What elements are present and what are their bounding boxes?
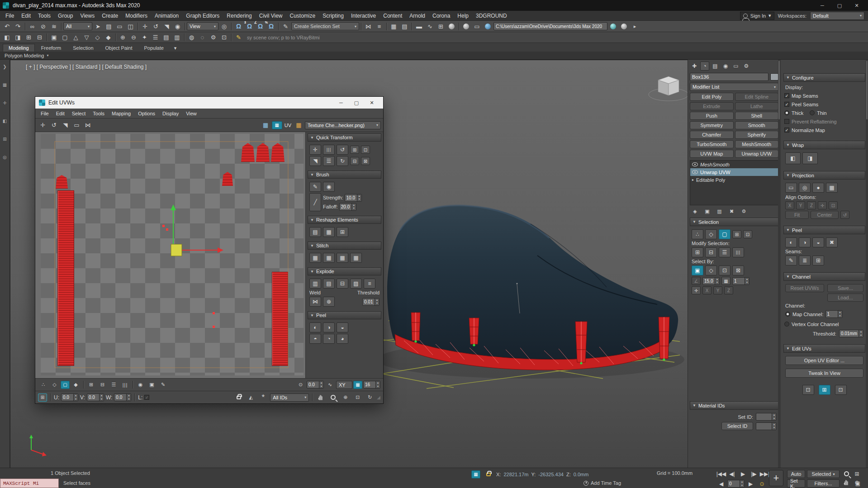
explode-break-icon[interactable]: ▥	[309, 279, 321, 289]
toolbar2-icon-6[interactable]: ▢	[60, 33, 70, 42]
turbosmooth-button[interactable]: TurboSmooth	[690, 140, 734, 148]
zoom-extents-icon[interactable]: ⊞	[852, 469, 862, 478]
pin-stack-icon[interactable]: ◈	[690, 207, 700, 216]
spherify-button[interactable]: Spherify	[735, 131, 779, 139]
rollout-edit-uvs[interactable]: ▼Edit UVs	[783, 344, 865, 353]
planar-map-icon[interactable]: ▭	[785, 183, 797, 193]
toggle-scene-explorer-icon[interactable]: ▦	[389, 22, 399, 31]
explode-flatten-smoothing-icon[interactable]: ≡	[364, 279, 375, 289]
u-spinner[interactable]: 0.0▲▼	[61, 393, 78, 401]
menu-item-graph-editors[interactable]: Graph Editors	[182, 11, 223, 21]
uv-vertex-mode-icon[interactable]: ∴	[38, 380, 48, 389]
planar-angle-icon[interactable]: ∠	[692, 277, 701, 285]
menu-item-corona[interactable]: Corona	[429, 11, 454, 21]
peel-mode-icon[interactable]: ◑	[799, 237, 811, 247]
selection-lock-icon[interactable]	[483, 469, 493, 479]
select-and-place-icon[interactable]: ◉	[172, 22, 183, 31]
paint-move-brush-icon[interactable]: ✎	[309, 182, 321, 192]
edge-selection-to-seams-icon[interactable]: ⊞	[812, 256, 824, 265]
weld-threshold-spinner[interactable]: 0.01▲▼	[362, 298, 379, 306]
uvw-menu-display[interactable]: Display	[159, 111, 182, 116]
show-end-result-icon[interactable]: ▣	[702, 207, 712, 216]
peel-seams-checkbox[interactable]: ✓Peel Seams	[784, 100, 864, 109]
toolbar2-icon-14[interactable]: ☰	[150, 33, 161, 42]
qt-rotate-cw-icon[interactable]: ↻	[337, 156, 348, 166]
edit-uvws-dialog[interactable]: Edit UVWs ─ ▢ ✕ File Edit Select Tools M…	[35, 96, 384, 404]
stitch-source-icon[interactable]: ▦	[337, 253, 348, 263]
visibility-eye-icon[interactable]	[692, 162, 698, 166]
toggle-layer-explorer-icon[interactable]: ▤	[399, 22, 410, 31]
uvw-show-map-icon[interactable]: ▦	[261, 120, 271, 130]
menu-item-3dground[interactable]: 3DGROUND	[472, 11, 511, 21]
key-mode-toggle-icon[interactable]: ⊙	[757, 479, 767, 488]
uv-rotate-snap-icon[interactable]: ⊙	[295, 380, 306, 389]
toolbar2-icon-1[interactable]: ◧	[2, 33, 12, 42]
align-normal-icon[interactable]: ✛	[818, 201, 827, 209]
layout-tab-icon-2[interactable]: ✛	[1, 99, 9, 107]
stitch-target-icon[interactable]: ▦	[350, 253, 362, 263]
selection-region-icon[interactable]: ▭	[114, 22, 125, 31]
wrap-spline-icon[interactable]: ◨	[802, 152, 818, 164]
uv-select-by-element-icon[interactable]: ▣	[147, 380, 157, 389]
stack-item-editable-poly[interactable]: ▸ Editable Poly	[690, 176, 778, 184]
zoom-icon[interactable]	[328, 393, 338, 402]
previous-frame-icon[interactable]: ◀|	[727, 469, 737, 478]
dialog-maximize-button[interactable]: ▢	[349, 97, 364, 109]
hierarchy-tab-icon[interactable]: ▤	[711, 62, 720, 71]
go-to-start-icon[interactable]: |◀◀	[716, 469, 726, 478]
material-id-spinner[interactable]: 1▲▼	[732, 277, 749, 285]
menu-item-file[interactable]: File	[2, 11, 18, 21]
stack-item-meshsmooth[interactable]: MeshSmooth	[690, 161, 778, 168]
shrink-selection-icon[interactable]: ⊟	[705, 247, 717, 257]
remove-modifier-icon[interactable]: ✖	[726, 207, 737, 216]
ring-selection-icon[interactable]: ☰	[719, 247, 730, 257]
fit-button[interactable]: Fit	[785, 211, 809, 219]
prevent-reflattening-checkbox[interactable]: ✓Prevent Reflattening	[784, 117, 864, 126]
uv-ignore-backfacing-icon[interactable]: ◉	[135, 380, 146, 389]
viewport-label[interactable]: [ + ] [ Perspective ] [ Standard ] [ Def…	[26, 64, 147, 70]
percent-snap-icon[interactable]: Ω%	[255, 22, 266, 31]
stitch-average-icon[interactable]: ▦	[323, 253, 335, 263]
minimize-button[interactable]: ─	[814, 0, 831, 11]
select-by-cube-icon[interactable]: ▣	[692, 265, 703, 275]
toolbar2-icon-15[interactable]: ▤	[161, 33, 171, 42]
menu-item-interactive[interactable]: Interactive	[347, 11, 379, 21]
axis-z-button[interactable]: Z	[724, 286, 733, 294]
auto-key-button[interactable]: Auto	[787, 470, 805, 478]
set-keys-plus-button[interactable]: +	[769, 470, 783, 486]
toolbar2-icon-16[interactable]: ▥	[172, 33, 182, 42]
ribbon-minimize-icon[interactable]: ▾	[170, 44, 180, 52]
display-tab-icon[interactable]: ▭	[731, 62, 740, 71]
threshold-spinner[interactable]: 0.01mm▲▼	[839, 330, 863, 337]
lathe-button[interactable]: Lathe	[735, 102, 779, 110]
lock-selection-icon[interactable]	[233, 393, 244, 402]
spinner-snap-icon[interactable]: Ω	[266, 22, 276, 31]
rollout-selection[interactable]: ▼Selection	[690, 218, 778, 226]
menu-item-group[interactable]: Group	[54, 11, 76, 21]
filter-selected-faces-icon[interactable]: ◭	[246, 393, 256, 402]
cylindrical-map-icon[interactable]: ◎	[799, 183, 811, 193]
target-weld-icon[interactable]: ⊕	[323, 297, 335, 307]
uvw-freeform-icon[interactable]: ▭	[71, 120, 82, 130]
unlink-selection-icon[interactable]: ⊘	[38, 22, 48, 31]
close-button[interactable]: ✕	[848, 0, 865, 11]
menu-item-views[interactable]: Views	[76, 11, 98, 21]
visibility-eye-icon[interactable]	[692, 170, 698, 174]
material-id-filter-dropdown[interactable]: All IDs▾	[270, 393, 309, 402]
ribbon-tab-object-paint[interactable]: Object Paint	[100, 44, 138, 52]
menu-item-scripting[interactable]: Scripting	[319, 11, 347, 21]
rollout-channel[interactable]: ▼Channel	[783, 272, 865, 281]
center-button[interactable]: Center	[811, 211, 839, 219]
select-by-name-icon[interactable]: ▤	[104, 22, 114, 31]
loop-selection-icon[interactable]: |||	[732, 247, 744, 257]
object-color-swatch[interactable]	[770, 73, 778, 81]
toolbar2-icon-3[interactable]: ⊞	[24, 33, 34, 42]
lock-aspect-checkbox[interactable]: ✓	[144, 395, 149, 400]
wrap-cylinder-icon[interactable]: ◧	[785, 152, 801, 164]
map-channel-spinner[interactable]: 1▲▼	[825, 310, 843, 318]
pelt-map-icon[interactable]: ◒	[337, 322, 348, 332]
box-map-icon[interactable]: ▦	[826, 183, 838, 193]
layout-tab-icon-3[interactable]: ◧	[1, 117, 9, 125]
qt-align-vertical-icon[interactable]: |||	[323, 145, 335, 155]
selected-dropdown[interactable]: Selected▾	[807, 470, 840, 478]
